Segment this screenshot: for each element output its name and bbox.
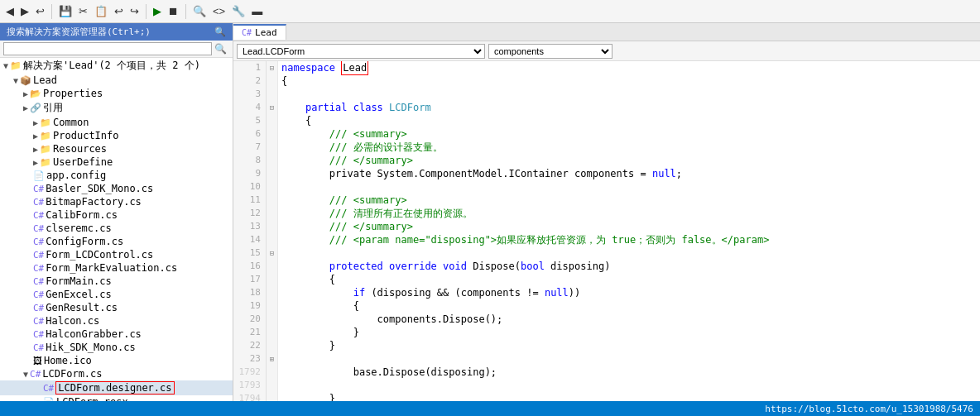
- redo-btn[interactable]: ↪: [127, 3, 142, 19]
- code-line-14: /// <param name="disposing">如果应释放托管资源，为 …: [281, 233, 977, 246]
- cs-basler-icon: C#: [33, 184, 44, 194]
- search-btn[interactable]: 🔍: [190, 3, 209, 19]
- tree-halcon[interactable]: C# Halcon.cs: [0, 314, 233, 328]
- editor-toolbar: Lead.LCDForm components: [233, 41, 980, 61]
- tree-references[interactable]: ▶ 🔗 引用: [0, 100, 233, 116]
- tab-lead[interactable]: C# Lead: [233, 24, 286, 40]
- lcdform-expand[interactable]: ▼: [23, 370, 28, 379]
- tree-calibform[interactable]: C# CalibForm.cs: [0, 208, 233, 222]
- calibform-label: CalibForm.cs: [46, 209, 118, 221]
- lead-expand[interactable]: ▼: [13, 76, 18, 85]
- solution-panel: 搜索解决方案资源管理器(Ctrl+;) 🔍 🔍 ▼ 📁 解决方案'Lead'(2…: [0, 23, 233, 401]
- tree-genresult[interactable]: C# GenResult.cs: [0, 301, 233, 314]
- gutter-4[interactable]: ⊟: [267, 101, 277, 114]
- tree-resources[interactable]: ▶ 📁 Resources: [0, 142, 233, 155]
- code-text[interactable]: namespace Lead { partial class LCDForm {…: [278, 61, 980, 401]
- stop-btn[interactable]: ⏹: [166, 3, 181, 19]
- run-btn[interactable]: ▶: [151, 3, 164, 19]
- search-submit-btn[interactable]: 🔍: [212, 42, 229, 55]
- gutter-26: [267, 392, 277, 401]
- code-line-23: [281, 352, 977, 366]
- namespace-dropdown[interactable]: Lead.LCDForm: [237, 44, 485, 59]
- code-line-11: /// <summary>: [281, 194, 977, 207]
- code-line-12: /// 清理所有正在使用的资源。: [281, 207, 977, 220]
- tree-basler[interactable]: C# Basler_SDK_Mono.cs: [0, 182, 233, 195]
- code-line-21: }: [281, 326, 977, 339]
- editor-tabs: C# Lead: [233, 23, 980, 41]
- code-line-4: partial class LCDForm: [281, 101, 977, 114]
- appconfig-label: app.config: [46, 170, 106, 181]
- tree-homeico[interactable]: 🖼 Home.ico: [0, 354, 233, 367]
- genexcel-label: GenExcel.cs: [46, 289, 111, 300]
- ref-icon: 🔗: [30, 103, 41, 113]
- block-btn[interactable]: ▬: [249, 3, 265, 19]
- ln-10: 10: [238, 180, 261, 194]
- tree-halcongrabber[interactable]: C# HalconGrabber.cs: [0, 328, 233, 341]
- tree-formmain[interactable]: C# FormMain.cs: [0, 275, 233, 288]
- ln-24: 1792: [238, 366, 261, 379]
- solution-tree: ▼ 📁 解决方案'Lead'(2 个项目，共 2 个) ▼ 📦 Lead ▶ 📂…: [0, 58, 233, 401]
- search-input[interactable]: [3, 42, 212, 55]
- code-line-22: }: [281, 339, 977, 352]
- gutter-6: [267, 127, 277, 141]
- ns-lead: Lead: [341, 61, 368, 75]
- homeico-label: Home.ico: [44, 355, 92, 366]
- gutter-18: [267, 286, 277, 299]
- tree-formmark[interactable]: C# Form_MarkEvaluation.cs: [0, 261, 233, 275]
- settings-btn[interactable]: 🔧: [229, 3, 247, 19]
- tree-bitmapfactory[interactable]: C# BitmapFactory.cs: [0, 195, 233, 208]
- ln-17: 17: [238, 273, 261, 286]
- configform-label: ConfigForm.cs: [46, 236, 123, 247]
- tree-genexcel[interactable]: C# GenExcel.cs: [0, 288, 233, 301]
- code-line-9: private System.ComponentModel.IContainer…: [281, 167, 977, 180]
- copy-btn[interactable]: 📋: [92, 3, 110, 19]
- cs-clseremc-icon: C#: [33, 223, 44, 234]
- cs-hiksdk-icon: C#: [33, 342, 44, 353]
- undo-btn[interactable]: ↩: [33, 3, 47, 19]
- common-label: Common: [53, 117, 89, 128]
- tree-formlcd[interactable]: C# Form_LCDControl.cs: [0, 248, 233, 261]
- tree-lcdform[interactable]: ▼ C# LCDForm.cs: [0, 367, 233, 380]
- productinfo-expand[interactable]: ▶: [33, 131, 38, 141]
- gutter-1[interactable]: ⊟: [267, 61, 277, 74]
- undo2-btn[interactable]: ↩: [112, 3, 126, 19]
- tree-lead-project[interactable]: ▼ 📦 Lead: [0, 74, 233, 87]
- lcdform-label: LCDForm.cs: [42, 368, 102, 380]
- ref-expand[interactable]: ▶: [23, 103, 28, 112]
- solution-icon: 📁: [10, 60, 22, 71]
- code-btn[interactable]: <>: [210, 3, 228, 19]
- line-numbers: 1 2 3 4 5 6 7 8 9 10 11 12 13 14 15 16 1…: [233, 61, 267, 401]
- tree-userdefine[interactable]: ▶ 📁 UserDefine: [0, 155, 233, 169]
- tree-appconfig[interactable]: 📄 app.config: [0, 169, 233, 182]
- resources-expand[interactable]: ▶: [33, 145, 38, 154]
- cut-btn[interactable]: ✂: [76, 3, 90, 19]
- ln-1: 1: [238, 61, 261, 74]
- member-dropdown[interactable]: components: [488, 44, 612, 59]
- props-expand[interactable]: ▶: [23, 89, 28, 98]
- solution-expand[interactable]: ▼: [3, 61, 8, 70]
- tree-lcdform-designer[interactable]: C# LCDForm.designer.cs: [0, 380, 233, 395]
- tree-hiksdk[interactable]: C# Hik_SDK_Mono.cs: [0, 341, 233, 354]
- forward-btn[interactable]: ▶: [18, 3, 31, 19]
- tree-productinfo[interactable]: ▶ 📁 ProductInfo: [0, 129, 233, 142]
- tree-solution-root[interactable]: ▼ 📁 解决方案'Lead'(2 个项目，共 2 个): [0, 58, 233, 74]
- gutter-17: [267, 273, 277, 286]
- userdefine-expand[interactable]: ▶: [33, 158, 38, 167]
- tree-properties[interactable]: ▶ 📂 Properties: [0, 87, 233, 100]
- save-btn[interactable]: 💾: [56, 3, 74, 19]
- gutter-23[interactable]: ⊞: [267, 352, 277, 366]
- tree-clseremc[interactable]: C# clseremc.cs: [0, 222, 233, 235]
- references-label: 引用: [43, 101, 63, 115]
- code-line-15: [281, 246, 977, 260]
- hiksdk-label: Hik_SDK_Mono.cs: [46, 342, 135, 353]
- back-btn[interactable]: ◀: [3, 3, 17, 19]
- ln-6: 6: [238, 127, 261, 141]
- search-icon[interactable]: 🔍: [214, 26, 226, 37]
- tree-configform[interactable]: C# ConfigForm.cs: [0, 235, 233, 248]
- tree-common[interactable]: ▶ 📁 Common: [0, 116, 233, 129]
- userdefine-label: UserDefine: [53, 156, 113, 168]
- gutter-15[interactable]: ⊟: [267, 246, 277, 260]
- tree-lcdform-resx[interactable]: 📄 LCDForm.resx: [0, 395, 233, 401]
- cs-formmark-icon: C#: [33, 263, 44, 274]
- common-expand[interactable]: ▶: [33, 118, 38, 127]
